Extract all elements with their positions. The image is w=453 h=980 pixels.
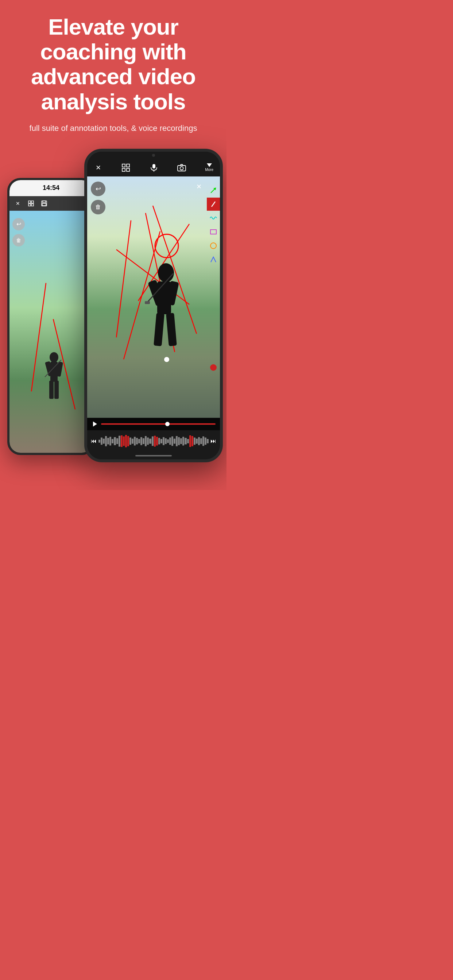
back-video-area: ↩ 🗑	[10, 211, 93, 453]
wave-tool[interactable]	[207, 212, 220, 224]
hero-title: Elevate your coaching with advanced vide…	[14, 14, 212, 114]
front-video-close[interactable]: ✕	[194, 181, 204, 192]
svg-rect-13	[49, 380, 54, 399]
video-controls	[87, 418, 220, 430]
skip-back-button[interactable]: ⏮	[90, 438, 97, 444]
front-toolbar: ✕	[87, 159, 220, 177]
home-line	[135, 455, 172, 457]
back-status-bar: 14:54	[10, 180, 93, 196]
svg-rect-2	[29, 204, 30, 206]
svg-rect-16	[122, 164, 125, 167]
svg-point-35	[155, 234, 179, 258]
arrow-tool[interactable]	[207, 184, 220, 197]
front-notch	[87, 152, 220, 159]
svg-rect-20	[152, 164, 155, 169]
svg-point-36	[158, 263, 174, 282]
waveform-area: ⏮	[87, 430, 220, 452]
svg-point-23	[180, 167, 183, 170]
circle-tool[interactable]	[207, 239, 220, 252]
front-undo-button[interactable]: ↩	[91, 181, 105, 196]
home-indicator	[87, 452, 220, 460]
hero-subtitle: full suite of annotation tools, & voice …	[14, 123, 212, 134]
rectangle-tool[interactable]	[207, 225, 220, 239]
svg-rect-0	[29, 201, 30, 203]
more-button[interactable]: More	[205, 163, 214, 172]
phone-front: ✕	[84, 149, 223, 462]
front-delete-button[interactable]: 🗑	[91, 200, 105, 215]
svg-point-9	[49, 352, 58, 363]
play-button[interactable]	[91, 421, 98, 427]
back-close-icon[interactable]: ✕	[14, 199, 22, 207]
back-delete-button[interactable]: 🗑	[13, 234, 25, 247]
back-grid-icon[interactable]	[27, 199, 35, 207]
record-button[interactable]	[207, 361, 220, 374]
front-camera-dot	[152, 154, 155, 157]
back-undo-button[interactable]: ↩	[13, 218, 25, 231]
hero-section: Elevate your coaching with advanced vide…	[0, 0, 226, 142]
front-grid-icon[interactable]	[121, 164, 130, 172]
front-video-area: ↩ 🗑 ✕	[87, 177, 220, 418]
pen-tool[interactable]	[207, 197, 220, 211]
front-close-icon[interactable]: ✕	[94, 164, 102, 172]
svg-rect-17	[126, 164, 129, 167]
phone-back: 14:54 ✕	[7, 178, 95, 455]
progress-thumb[interactable]	[165, 422, 170, 426]
waveform-bars	[99, 434, 209, 449]
svg-rect-14	[54, 380, 59, 399]
annotation-toolbar	[207, 184, 220, 266]
svg-point-28	[211, 243, 216, 249]
page-wrapper: Elevate your coaching with advanced vide…	[0, 0, 226, 490]
svg-rect-3	[31, 204, 33, 206]
svg-rect-1	[31, 201, 33, 203]
svg-rect-18	[122, 169, 125, 171]
svg-line-26	[212, 202, 215, 207]
front-camera-icon[interactable]	[177, 164, 186, 171]
svg-rect-27	[211, 230, 216, 234]
more-label-text: More	[205, 168, 214, 172]
svg-rect-40	[153, 313, 164, 346]
svg-rect-19	[126, 169, 129, 171]
skip-forward-button[interactable]: ⏭	[210, 438, 217, 444]
back-toolbar: ✕	[10, 196, 93, 211]
back-save-icon[interactable]	[40, 199, 48, 207]
angle-tool[interactable]	[207, 253, 220, 266]
svg-rect-5	[43, 201, 46, 203]
svg-rect-43	[145, 301, 150, 304]
back-time: 14:54	[43, 184, 59, 192]
svg-line-29	[116, 220, 131, 337]
phones-container: 14:54 ✕	[0, 149, 226, 469]
front-mic-icon[interactable]	[150, 164, 158, 172]
svg-rect-6	[42, 204, 46, 205]
progress-bar[interactable]	[101, 423, 215, 425]
svg-rect-41	[166, 313, 177, 346]
